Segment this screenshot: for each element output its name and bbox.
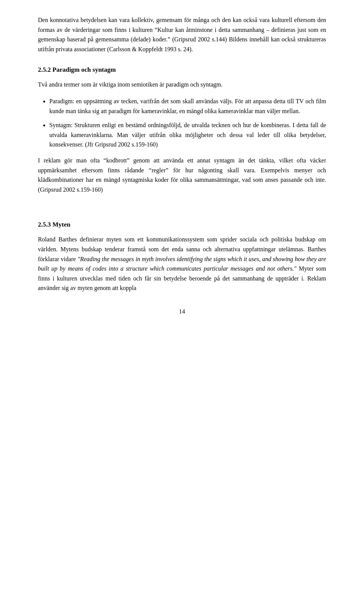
bullet-item-2: Syntagm: Strukturen enligt en bestämd or…	[49, 120, 326, 150]
page-container: Den konnotativa betydelsen kan vara koll…	[0, 0, 364, 594]
spacer-1	[38, 201, 326, 209]
bullet-list: Paradigm: en uppsättning av tecken, vari…	[49, 96, 326, 150]
section-253-heading: 2.5.3 Myten	[38, 221, 326, 228]
section-253-italic: "Reading the messages in myth involves i…	[38, 256, 326, 272]
section-252-para2: I reklam gör man ofta “kodbrott” genom a…	[38, 156, 326, 194]
page-number: 14	[38, 308, 326, 315]
section-253-para1: Roland Barthes definierar myten som ett …	[38, 235, 326, 293]
opening-paragraph: Den konnotativa betydelsen kan vara koll…	[38, 15, 326, 54]
section-252-intro: Två andra termer som är viktiga inom sem…	[38, 80, 326, 90]
bullet-item-1: Paradigm: en uppsättning av tecken, vari…	[49, 96, 326, 116]
section-252-heading: 2.5.2 Paradigm och syntagm	[38, 66, 326, 74]
